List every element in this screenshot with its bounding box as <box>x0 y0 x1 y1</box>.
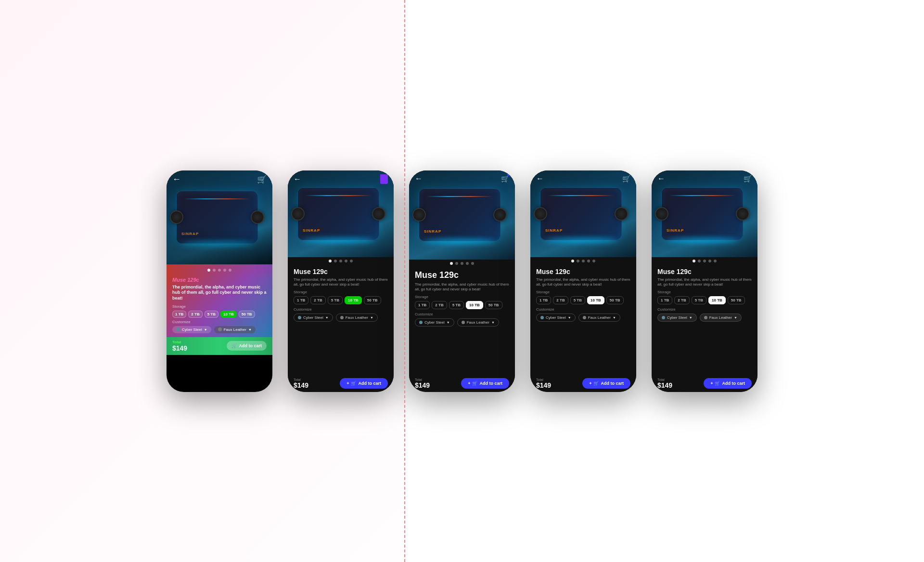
s4-2tb[interactable]: 2 TB <box>553 296 568 304</box>
phone-1-bottom: Total $149 🛒 Add to cart <box>167 337 272 355</box>
phone-5-dots <box>652 257 757 264</box>
p3-steel-chip[interactable]: Cyber Steel ▼ <box>415 318 454 327</box>
phone-4-product-image: SINRAP <box>530 170 636 257</box>
back-icon-5[interactable]: ← <box>657 174 665 183</box>
cart-wrapper[interactable]: 🛒 <box>501 174 509 183</box>
s5-10tb[interactable]: 10 TB <box>708 296 726 304</box>
leather-dot-icon <box>462 321 465 324</box>
phone-4-dots <box>530 257 636 264</box>
phone-1-storage-options: 1 TB 2 TB 5 TB 10 TB 50 TB <box>172 311 267 318</box>
phone-1-add-to-cart[interactable]: 🛒 Add to cart <box>227 341 267 351</box>
dot <box>350 260 353 262</box>
p5-steel-chip[interactable]: Cyber Steel ▼ <box>657 314 697 322</box>
phone-2-storage-label: Storage <box>294 290 388 294</box>
phone-4-customize-options: Cyber Steel ▼ Faux Leather ▼ <box>536 314 630 322</box>
p3-leather-chip[interactable]: Faux Leather ▼ <box>457 318 499 327</box>
phone-4-add-to-cart[interactable]: + 🛒 Add to cart <box>582 378 630 389</box>
phone-1-storage-label: Storage <box>172 304 267 309</box>
phone-5: ← 🛒 SINRAP <box>652 170 757 392</box>
phone-5-storage-label: Storage <box>657 290 752 294</box>
phone-5-customize-options: Cyber Steel ▼ Faux Leather ▼ <box>657 314 752 322</box>
p2-leather-chip[interactable]: Faux Leather ▼ <box>336 314 378 322</box>
dot <box>223 269 226 272</box>
faux-leather-chip[interactable]: Faux Leather ▼ <box>214 326 256 333</box>
storage-50tb[interactable]: 50 TB <box>239 311 255 318</box>
steel-label: Cyber Steel <box>303 315 323 320</box>
dot <box>334 260 337 262</box>
cart-icon[interactable]: 🛒 <box>257 175 267 184</box>
s3-2tb[interactable]: 2 TB <box>432 301 447 309</box>
steel-label: Cyber Steel <box>546 315 566 320</box>
s5-5tb[interactable]: 5 TB <box>692 296 706 304</box>
cart-wrapper-5[interactable]: 🛒 <box>744 174 752 183</box>
storage-5tb[interactable]: 5 TB <box>205 311 218 318</box>
cyber-steel-chip[interactable]: Cyber Steel ▼ <box>172 326 211 333</box>
chevron: ▼ <box>447 321 450 324</box>
phone-1-header: ← 🛒 <box>167 170 272 186</box>
back-icon[interactable]: ← <box>172 174 181 184</box>
s5-1tb[interactable]: 1 TB <box>657 296 672 304</box>
plus-icon: + <box>710 381 713 386</box>
cart-wrapper-4[interactable]: 🛒 <box>622 174 630 183</box>
add-to-cart-label: Add to cart <box>239 343 262 348</box>
phone-3-title: Muse 129c <box>415 270 509 280</box>
plus-icon: + <box>346 381 349 386</box>
s4-50tb[interactable]: 50 TB <box>606 296 624 304</box>
s3-5tb[interactable]: 5 TB <box>449 301 464 309</box>
s3-50tb[interactable]: 50 TB <box>485 301 502 309</box>
device-visual-4: SINRAP <box>540 183 627 245</box>
s-1tb[interactable]: 1 TB <box>294 296 308 304</box>
back-icon-4[interactable]: ← <box>536 174 544 183</box>
cart-badge <box>507 173 511 176</box>
dot <box>577 260 579 262</box>
phone-3-add-to-cart[interactable]: + 🛒 Add to cart <box>461 378 509 389</box>
s3-10tb[interactable]: 10 TB <box>466 301 483 309</box>
s-50tb[interactable]: 50 TB <box>364 296 381 304</box>
s4-1tb[interactable]: 1 TB <box>536 296 551 304</box>
p2-steel-chip[interactable]: Cyber Steel ▼ <box>294 314 333 322</box>
p5-total-price: $149 <box>657 381 672 389</box>
s-2tb[interactable]: 2 TB <box>310 296 325 304</box>
storage-1tb[interactable]: 1 TB <box>172 311 186 318</box>
chevron: ▼ <box>370 316 373 319</box>
p4-steel-chip[interactable]: Cyber Steel ▼ <box>536 314 576 322</box>
leather-label: Faux Leather <box>346 315 368 320</box>
dot <box>229 269 231 272</box>
phone-4-title: Muse 129c <box>536 268 630 275</box>
p4-leather-chip[interactable]: Faux Leather ▼ <box>578 314 620 322</box>
chevron: ▼ <box>613 316 616 319</box>
dot <box>693 260 695 262</box>
s4-5tb[interactable]: 5 TB <box>570 296 585 304</box>
phone-2-info: Muse 129c The primordial, the alpha, and… <box>288 264 394 327</box>
p3-total-label: Total <box>415 378 430 381</box>
phone-4: ← 🛒 SINRAP <box>530 170 636 392</box>
storage-2tb[interactable]: 2 TB <box>188 311 202 318</box>
back-icon-2[interactable]: ← <box>294 175 301 183</box>
steel-dot-icon <box>176 327 180 331</box>
phone-3: ← 🛒 SINRAP <box>409 170 515 392</box>
phone-1: ← 🛒 SINRAP <box>167 170 272 392</box>
phone-2-customize-options: Cyber Steel ▼ Faux Leather ▼ <box>294 314 388 322</box>
divider <box>404 0 405 562</box>
p5-leather-chip[interactable]: Faux Leather ▼ <box>700 314 742 322</box>
s5-50tb[interactable]: 50 TB <box>728 296 745 304</box>
s4-10tb[interactable]: 10 TB <box>587 296 604 304</box>
phone-1-dots <box>167 266 272 273</box>
back-icon-3[interactable]: ← <box>415 174 423 183</box>
s3-1tb[interactable]: 1 TB <box>415 301 430 309</box>
cart-icon-btn: 🛒 <box>231 343 237 348</box>
storage-10tb[interactable]: 10 TB <box>220 311 237 318</box>
phone-2-add-to-cart[interactable]: + 🛒 Add to cart <box>340 378 388 389</box>
phone-4-desc: The primordial, the alpha, and cyber mus… <box>536 277 630 288</box>
add-label: Add to cart <box>479 381 502 386</box>
cart-icon-2: 🛒 <box>351 381 356 386</box>
chevron: ▼ <box>568 316 571 319</box>
phone-2-desc: The primordial, the alpha, and cyber mus… <box>294 277 388 288</box>
s5-2tb[interactable]: 2 TB <box>674 296 689 304</box>
s-5tb[interactable]: 5 TB <box>328 296 343 304</box>
phone-5-add-to-cart[interactable]: + 🛒 Add to cart <box>704 378 752 389</box>
steel-chevron: ▼ <box>204 328 207 331</box>
phone-4-bottom: Total $149 + 🛒 Add to cart <box>530 375 636 392</box>
leather-dot-icon <box>340 316 344 319</box>
s-10tb[interactable]: 10 TB <box>345 296 362 304</box>
